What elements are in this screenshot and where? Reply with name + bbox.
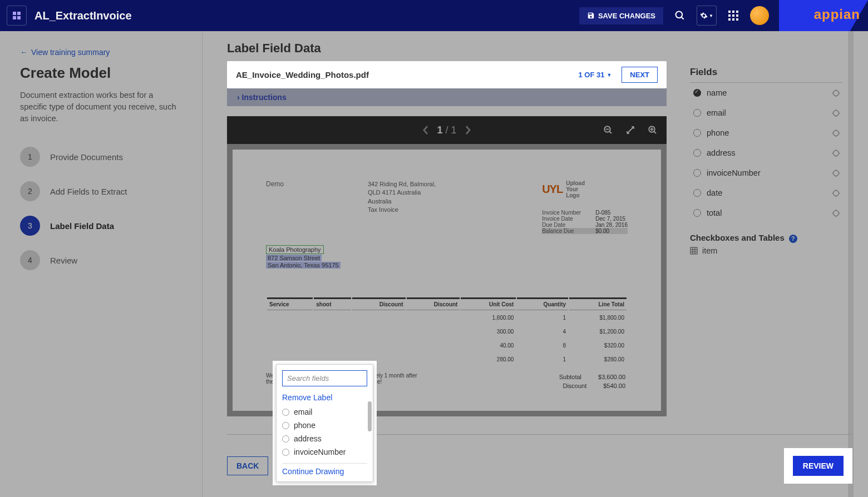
viewer-page-indicator: 1 / 1: [437, 125, 456, 136]
fullscreen-icon[interactable]: [625, 125, 635, 135]
wizard-step-4[interactable]: 4Review: [20, 250, 182, 270]
svg-point-47: [834, 190, 839, 196]
svg-point-42: [834, 170, 839, 176]
step-number: 4: [20, 250, 40, 270]
zoom-in-icon[interactable]: [648, 125, 658, 135]
field-total[interactable]: total: [690, 203, 842, 223]
target-icon[interactable]: [832, 209, 840, 217]
target-icon[interactable]: [832, 109, 840, 117]
save-icon: [587, 12, 595, 19]
radio-icon: [282, 409, 289, 416]
radio-icon: [282, 422, 289, 429]
doc-logo: UYL UploadYourLogo: [542, 180, 628, 198]
target-icon[interactable]: [832, 169, 840, 177]
radio-icon: [693, 109, 701, 117]
svg-rect-14: [736, 18, 738, 21]
app-logo-icon[interactable]: [7, 6, 27, 26]
settings-menu-button[interactable]: ▼: [697, 6, 717, 26]
svg-point-4: [676, 12, 683, 18]
step-number: 1: [20, 147, 40, 167]
review-button[interactable]: REVIEW: [793, 456, 844, 476]
popup-option-address[interactable]: address: [282, 432, 367, 445]
target-icon[interactable]: [832, 189, 840, 197]
doc-demo-label: Demo: [266, 180, 284, 234]
next-page-icon[interactable]: [465, 125, 471, 135]
document-viewer: 1 / 1 Demo: [227, 116, 667, 416]
step-number: 3: [20, 216, 40, 236]
wizard-step-2[interactable]: 2Add Fields to Extract: [20, 181, 182, 201]
popup-option-invoiceNumber[interactable]: invoiceNumber: [282, 445, 367, 459]
save-changes-button[interactable]: SAVE CHANGES: [579, 7, 663, 24]
instructions-toggle[interactable]: › Instructions: [227, 88, 667, 106]
svg-rect-2: [13, 16, 16, 19]
step-label: Add Fields to Extract: [50, 187, 127, 196]
radio-icon: [282, 449, 289, 456]
main-content: Label Field Data AE_Invoice_Wedding_Phot…: [203, 31, 868, 497]
document-filename: AE_Invoice_Wedding_Photos.pdf: [236, 70, 369, 79]
svg-rect-10: [732, 14, 734, 17]
selected-region-line1[interactable]: 872 Samson Street: [266, 255, 322, 261]
selected-region-line2[interactable]: San Antonio, Texas 95175: [266, 262, 341, 269]
zoom-out-icon[interactable]: [603, 125, 613, 135]
svg-point-27: [834, 110, 839, 116]
field-email[interactable]: email: [690, 103, 842, 123]
document-selector-bar: AE_Invoice_Wedding_Photos.pdf 1 OF 31 ▼ …: [227, 61, 667, 88]
fields-panel: Fields nameemailphoneaddressinvoiceNumbe…: [680, 61, 852, 416]
doc-items-table: ServiceshootDiscountDiscountUnit CostQua…: [266, 296, 628, 367]
radio-icon: [693, 209, 701, 217]
field-search-input[interactable]: [282, 370, 367, 386]
field-name[interactable]: name: [690, 83, 842, 103]
radio-icon: [693, 149, 701, 157]
field-address[interactable]: address: [690, 143, 842, 163]
user-avatar[interactable]: [750, 6, 769, 25]
help-icon[interactable]: ?: [789, 235, 797, 243]
target-icon[interactable]: [832, 149, 840, 157]
wizard-step-1[interactable]: 1Provide Documents: [20, 147, 182, 167]
svg-rect-11: [736, 14, 738, 17]
target-icon[interactable]: [832, 129, 840, 137]
svg-point-37: [834, 150, 839, 156]
sidebar-description: Document extraction works best for a spe…: [20, 90, 182, 125]
table-field-item[interactable]: item: [690, 246, 842, 255]
app-title: AL_ExtractInvoice: [34, 9, 132, 22]
wizard-step-3[interactable]: 3Label Field Data: [20, 216, 182, 236]
fields-heading: Fields: [690, 61, 842, 83]
field-phone[interactable]: phone: [690, 123, 842, 143]
search-icon[interactable]: [670, 6, 690, 26]
document-page-selector[interactable]: 1 OF 31 ▼: [578, 71, 611, 79]
app-header: AL_ExtractInvoice SAVE CHANGES ▼ appian: [0, 0, 868, 31]
svg-rect-9: [728, 14, 731, 17]
labeled-region-name[interactable]: Koala Photography: [266, 245, 324, 254]
popup-option-email[interactable]: email: [282, 405, 367, 419]
svg-rect-12: [728, 18, 731, 21]
svg-point-22: [834, 90, 839, 96]
back-button[interactable]: BACK: [227, 456, 268, 475]
svg-point-52: [834, 210, 839, 216]
svg-line-16: [609, 131, 611, 133]
target-icon[interactable]: [832, 89, 840, 97]
document-page[interactable]: Demo 342 Riding Rd, Balmoral,QLD 4171 Au…: [233, 150, 661, 411]
viewer-toolbar: 1 / 1: [227, 116, 667, 144]
step-number: 2: [20, 181, 40, 201]
remove-label-link[interactable]: Remove Label: [282, 393, 367, 402]
caret-down-icon: ▼: [606, 72, 611, 78]
field-date[interactable]: date: [690, 183, 842, 203]
prev-page-icon[interactable]: [422, 125, 429, 135]
radio-icon: [693, 129, 701, 137]
svg-point-32: [834, 130, 839, 136]
radio-icon: [693, 169, 701, 177]
next-document-button[interactable]: NEXT: [622, 67, 658, 83]
svg-rect-57: [691, 247, 697, 254]
continue-drawing-link[interactable]: Continue Drawing: [282, 467, 367, 476]
popup-option-phone[interactable]: phone: [282, 419, 367, 432]
arrow-left-icon: ←: [20, 48, 28, 57]
back-to-training-link[interactable]: ← View training summary: [20, 48, 110, 57]
apps-grid-icon[interactable]: [723, 6, 743, 26]
popup-scrollbar[interactable]: [368, 401, 372, 431]
svg-rect-6: [728, 11, 731, 13]
check-circle-icon: [693, 89, 701, 97]
svg-rect-1: [17, 12, 21, 15]
wizard-sidebar: ← View training summary Create Model Doc…: [0, 31, 203, 497]
field-invoiceNumber[interactable]: invoiceNumber: [690, 163, 842, 183]
chevron-right-icon: ›: [237, 93, 240, 102]
